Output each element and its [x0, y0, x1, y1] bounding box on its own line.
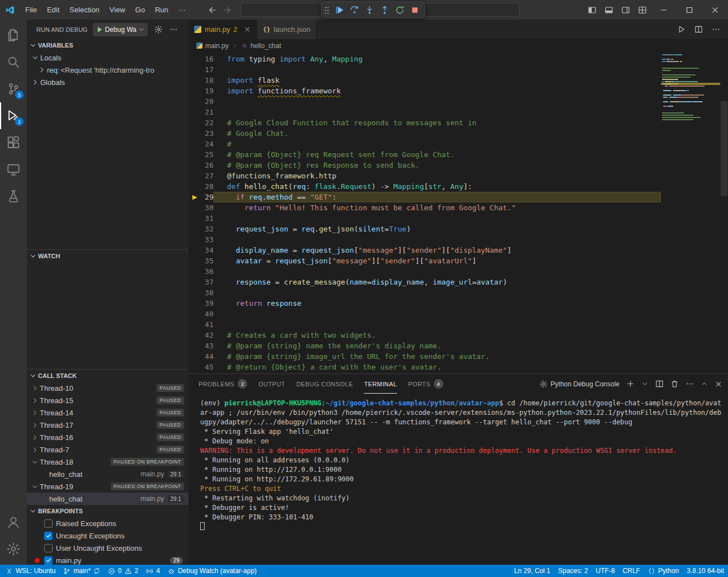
- panel-tab-debug-console[interactable]: DEBUG CONSOLE: [296, 374, 353, 394]
- line-number[interactable]: 25: [188, 149, 214, 160]
- kill-terminal-icon[interactable]: [670, 380, 679, 388]
- code-line[interactable]: 18import flask: [188, 75, 661, 86]
- code-line[interactable]: ▶29 if req.method == "GET":: [188, 192, 661, 202]
- toggle-panel-icon[interactable]: [601, 0, 617, 20]
- line-number[interactable]: 39: [188, 298, 214, 309]
- debug-stop-button[interactable]: [408, 3, 422, 17]
- debug-step-into-button[interactable]: [363, 3, 376, 17]
- activity-explorer[interactable]: [0, 22, 27, 49]
- line-number[interactable]: 33: [188, 234, 214, 245]
- start-debug-icon[interactable]: [96, 26, 103, 34]
- editor-more-actions-icon[interactable]: [712, 25, 720, 34]
- debug-session-status[interactable]: Debug Watch (avatar-app): [164, 565, 261, 577]
- code-line[interactable]: 23# Google Chat.: [188, 128, 661, 139]
- activity-remote-explorer[interactable]: [0, 156, 27, 183]
- callstack-thread[interactable]: Thread-16PAUSED: [27, 431, 188, 443]
- line-number[interactable]: 19: [188, 86, 214, 96]
- close-tab-icon[interactable]: [244, 26, 251, 33]
- terminal-dropdown-icon[interactable]: [641, 380, 649, 387]
- variable-req[interactable]: req: <Request 'http://charming-tro: [27, 64, 188, 76]
- line-number[interactable]: 18: [188, 75, 214, 86]
- breakpoint-row[interactable]: main.py29: [27, 554, 188, 565]
- menu-[interactable]: ···: [173, 0, 191, 20]
- line-number[interactable]: 21: [188, 107, 214, 117]
- code-line[interactable]: 40: [188, 309, 661, 319]
- split-editor-icon[interactable]: [694, 25, 703, 34]
- code-line[interactable]: 37 response = create_message(name=displa…: [188, 277, 661, 287]
- watch-header[interactable]: WATCH: [27, 250, 188, 262]
- breakpoint-checkbox[interactable]: [44, 532, 53, 540]
- menu-run[interactable]: Run: [150, 0, 173, 20]
- debug-restart-button[interactable]: [393, 3, 406, 17]
- activity-source-control[interactable]: 5: [0, 75, 27, 102]
- code-line[interactable]: 20: [188, 96, 661, 107]
- line-number[interactable]: 36: [188, 266, 214, 277]
- line-number[interactable]: 32: [188, 224, 214, 234]
- problems-status[interactable]: 0 2: [104, 565, 142, 577]
- variables-header[interactable]: VARIABLES: [27, 39, 188, 51]
- line-number[interactable]: 23: [188, 128, 214, 139]
- panel-tab-output[interactable]: OUTPUT: [258, 374, 285, 394]
- line-number[interactable]: 20: [188, 96, 214, 107]
- toggle-sidebar-icon[interactable]: [584, 0, 601, 20]
- activity-extensions[interactable]: [0, 129, 27, 156]
- callstack-thread[interactable]: Thread-19PAUSED ON BREAKPOINT: [27, 480, 188, 493]
- code-line[interactable]: 27@functions_framework.http: [188, 171, 661, 181]
- line-number[interactable]: 16: [188, 54, 214, 64]
- close-window-button[interactable]: [702, 0, 728, 20]
- breakpoint-row[interactable]: Uncaught Exceptions: [27, 529, 188, 542]
- locals-row[interactable]: Locals: [27, 51, 188, 64]
- split-terminal-icon[interactable]: [655, 380, 664, 388]
- line-number[interactable]: 41: [188, 319, 214, 330]
- git-branch-status[interactable]: main*: [59, 565, 104, 577]
- breadcrumb-file[interactable]: main.py: [205, 42, 229, 50]
- encoding[interactable]: UTF-8: [592, 565, 619, 577]
- breakpoint-checkbox[interactable]: [44, 519, 53, 528]
- debug-step-over-button[interactable]: [348, 3, 361, 17]
- debug-continue-button[interactable]: [333, 3, 346, 17]
- views-more-icon[interactable]: [169, 25, 178, 34]
- callstack-frame[interactable]: hello_chatmain.py29:1: [27, 493, 188, 504]
- indentation[interactable]: Spaces: 2: [554, 565, 592, 577]
- code-line[interactable]: 45# @return {Object} a card with the use…: [188, 362, 661, 372]
- run-python-file-icon[interactable]: [677, 25, 686, 34]
- eol-sequence[interactable]: CRLF: [619, 565, 644, 577]
- terminal-session[interactable]: Python Debug Console: [540, 380, 620, 388]
- maximize-button[interactable]: [677, 0, 702, 20]
- debug-settings-icon[interactable]: [154, 25, 163, 34]
- language-mode[interactable]: Python: [644, 565, 683, 577]
- line-number[interactable]: 31: [188, 213, 214, 224]
- line-number[interactable]: 26: [188, 160, 214, 171]
- remote-status[interactable]: WS​L: Ubuntu: [0, 565, 59, 577]
- code-line[interactable]: 19import functions_framework: [188, 86, 661, 96]
- callstack-thread[interactable]: Thread-15PAUSED: [27, 394, 188, 406]
- line-number[interactable]: 35: [188, 256, 214, 266]
- code-line[interactable]: 33: [188, 234, 661, 245]
- breakpoints-header[interactable]: BREAKPOINTS: [27, 505, 188, 517]
- panel-tab-problems[interactable]: PROBLEMS2: [198, 374, 247, 394]
- callstack-frame[interactable]: hello_chatmain.py29:1: [27, 468, 188, 480]
- menu-edit[interactable]: Edit: [42, 0, 64, 20]
- line-number[interactable]: 43: [188, 340, 214, 351]
- forward-icon[interactable]: [223, 6, 231, 15]
- ports-status[interactable]: 4: [142, 565, 164, 577]
- menu-selection[interactable]: Selection: [64, 0, 104, 20]
- code-line[interactable]: 36: [188, 266, 661, 277]
- panel-tab-terminal[interactable]: TERMINAL: [364, 374, 397, 394]
- debug-step-out-button[interactable]: [378, 3, 391, 17]
- breakpoint-row[interactable]: Raised Exceptions: [27, 517, 188, 529]
- menu-go[interactable]: Go: [130, 0, 150, 20]
- panel-more-actions-icon[interactable]: [686, 380, 694, 388]
- code-line[interactable]: 30 return "Hello! This function must be …: [188, 202, 661, 213]
- menu-view[interactable]: View: [105, 0, 130, 20]
- callstack-thread[interactable]: Thread-7PAUSED: [27, 443, 188, 456]
- breakpoint-checkbox[interactable]: [44, 556, 53, 565]
- code-line[interactable]: 43# @param {string} name the sender's di…: [188, 340, 661, 351]
- tab-main-py[interactable]: main.py 2: [188, 20, 257, 39]
- code-line[interactable]: 28def hello_chat(req: flask.Request) -> …: [188, 181, 661, 192]
- minimap[interactable]: [661, 54, 720, 121]
- code-line[interactable]: 35 avatar = request_json["message"]["sen…: [188, 256, 661, 266]
- tab-launch-json[interactable]: {} launch.json: [257, 20, 316, 39]
- breakpoint-checkbox[interactable]: [44, 544, 53, 552]
- code-line[interactable]: 41: [188, 319, 661, 330]
